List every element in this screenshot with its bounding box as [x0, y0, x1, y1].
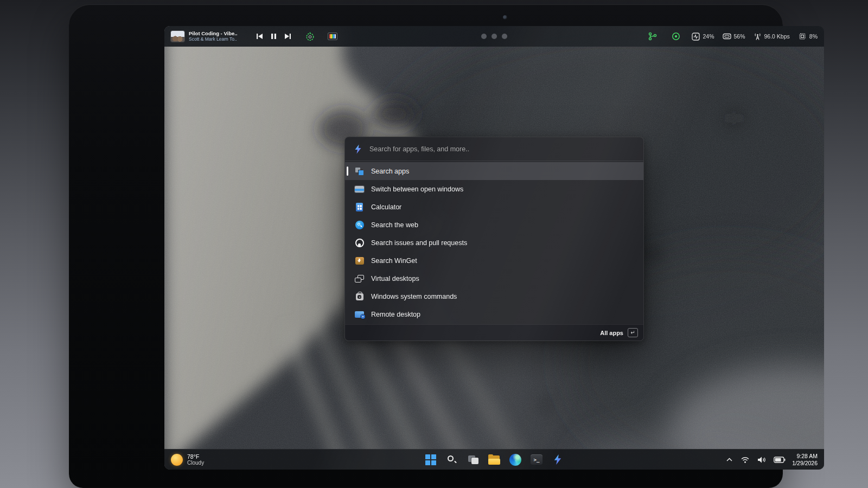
windows-logo-icon: [425, 454, 436, 465]
palette-item-system-commands[interactable]: Windows system commands: [345, 287, 643, 305]
battery-icon: [774, 457, 786, 463]
apps-icon: [355, 166, 364, 176]
terminal-icon: >_: [531, 454, 542, 465]
media-subtitle: Scott & Mark Learn To..: [189, 37, 247, 42]
palette-item-label: Calculator: [371, 203, 401, 211]
tray-date: 1/29/2026: [792, 460, 818, 467]
system-commands-icon: [355, 292, 364, 301]
cpu-icon: [798, 32, 807, 41]
search-icon: [447, 455, 457, 465]
next-icon: [284, 33, 291, 40]
stat-cpu: 8%: [798, 32, 818, 41]
stat-activity: 24%: [692, 33, 714, 41]
stat-network: 96.0 Kbps: [754, 33, 790, 41]
powertoys-bolt-icon: [553, 454, 563, 465]
screen: Pilot Coding - Vibe.. Scott & Mark Learn…: [164, 26, 824, 470]
palette-item-search-apps[interactable]: Search apps: [345, 162, 643, 180]
stat-memory: 56%: [723, 33, 745, 40]
next-track-button[interactable]: [281, 33, 295, 40]
wifi-icon: [741, 456, 750, 464]
palette-item-label: Windows system commands: [371, 293, 457, 300]
powertoys-button[interactable]: [550, 452, 565, 467]
system-tray: 9:28 AM 1/29/2026: [725, 453, 818, 466]
wifi-button[interactable]: [739, 455, 751, 465]
palette-item-calculator[interactable]: Calculator: [345, 198, 643, 216]
activity-icon: [692, 33, 700, 41]
stat-network-value: 96.0 Kbps: [764, 33, 790, 40]
enter-key-icon: ↵: [628, 328, 638, 337]
record-status-button[interactable]: [668, 32, 684, 41]
terminal-button[interactable]: >_: [529, 452, 544, 467]
top-status-bar: Pilot Coding - Vibe.. Scott & Mark Learn…: [164, 26, 824, 47]
tray-time: 9:28 AM: [792, 453, 818, 460]
git-branch-icon: [648, 32, 657, 41]
color-bars-icon: [328, 33, 337, 40]
volume-button[interactable]: [756, 455, 767, 465]
stat-cpu-value: 8%: [809, 33, 818, 40]
laptop-frame: Pilot Coding - Vibe.. Scott & Mark Learn…: [69, 4, 783, 488]
system-stats: 24% 56%: [645, 32, 818, 41]
palette-item-search-web[interactable]: Search the web: [345, 216, 643, 234]
palette-results-list: Search apps Switch between open windows …: [345, 161, 643, 324]
branch-status-button[interactable]: [645, 32, 660, 41]
command-palette-bolt-icon: [354, 144, 362, 154]
palette-footer: All apps ↵: [345, 324, 643, 341]
all-apps-button[interactable]: All apps: [600, 330, 623, 336]
task-view-button[interactable]: [465, 452, 481, 467]
pause-button[interactable]: [267, 33, 280, 40]
github-icon: [355, 238, 364, 247]
remote-desktop-icon: [355, 310, 364, 319]
stat-memory-value: 56%: [734, 33, 745, 40]
palette-search-input[interactable]: [369, 145, 635, 153]
winget-icon: [355, 256, 364, 265]
topbar-tools: [302, 32, 341, 41]
media-widget: Pilot Coding - Vibe.. Scott & Mark Learn…: [171, 31, 247, 42]
web-search-icon: [355, 220, 364, 229]
previous-track-button[interactable]: [253, 33, 266, 40]
taskbar-search-button[interactable]: [444, 452, 459, 467]
media-title: Pilot Coding - Vibe..: [189, 31, 247, 37]
palette-item-label: Virtual desktops: [371, 275, 419, 282]
palette-item-label: Remote desktop: [371, 311, 420, 318]
gauge-icon: [305, 32, 315, 41]
edge-browser-button[interactable]: [508, 452, 523, 467]
taskbar-app-icons: >_: [423, 452, 565, 467]
battery-button[interactable]: [773, 455, 787, 464]
task-view-icon: [468, 455, 478, 464]
virtual-desktops-icon: [355, 274, 364, 283]
weather-widget[interactable]: 78°F Cloudy: [171, 453, 204, 466]
media-artwork: [171, 31, 184, 42]
weather-temperature: 78°F: [187, 453, 204, 460]
file-explorer-button[interactable]: [487, 452, 502, 467]
timer-gauge-button[interactable]: [302, 32, 318, 41]
clock[interactable]: 9:28 AM 1/29/2026: [792, 453, 818, 466]
palette-item-label: Search apps: [371, 168, 409, 175]
weather-condition: Cloudy: [187, 460, 204, 466]
palette-search-bar[interactable]: [345, 137, 643, 161]
network-icon: [754, 33, 762, 41]
desktop-mockup-stage: Pilot Coding - Vibe.. Scott & Mark Learn…: [0, 0, 868, 488]
start-button[interactable]: [423, 452, 438, 467]
screen-capture-button[interactable]: [324, 33, 341, 40]
window-switcher-icon: [355, 184, 364, 194]
palette-item-remote-desktop[interactable]: Remote desktop: [345, 305, 643, 323]
palette-item-label: Search issues and pull requests: [371, 239, 467, 247]
palette-item-winget[interactable]: Search WinGet: [345, 252, 643, 269]
media-texts: Pilot Coding - Vibe.. Scott & Mark Learn…: [189, 31, 247, 42]
palette-item-switch-windows[interactable]: Switch between open windows: [345, 180, 643, 198]
memory-icon: [723, 33, 731, 40]
webcam-icon: [503, 15, 507, 20]
palette-item-virtual-desktops[interactable]: Virtual desktops: [345, 269, 643, 287]
palette-item-label: Search WinGet: [371, 257, 417, 265]
palette-item-github-search[interactable]: Search issues and pull requests: [345, 234, 643, 252]
tray-overflow-button[interactable]: [725, 456, 734, 463]
chevron-up-icon: [726, 457, 733, 462]
speaker-icon: [757, 456, 766, 464]
palette-item-label: Search the web: [371, 221, 418, 229]
pause-icon: [271, 33, 277, 40]
sun-icon: [171, 454, 183, 466]
edge-icon: [509, 454, 521, 466]
command-palette: Search apps Switch between open windows …: [344, 137, 644, 341]
stat-activity-value: 24%: [703, 33, 714, 40]
folder-icon: [488, 455, 500, 465]
